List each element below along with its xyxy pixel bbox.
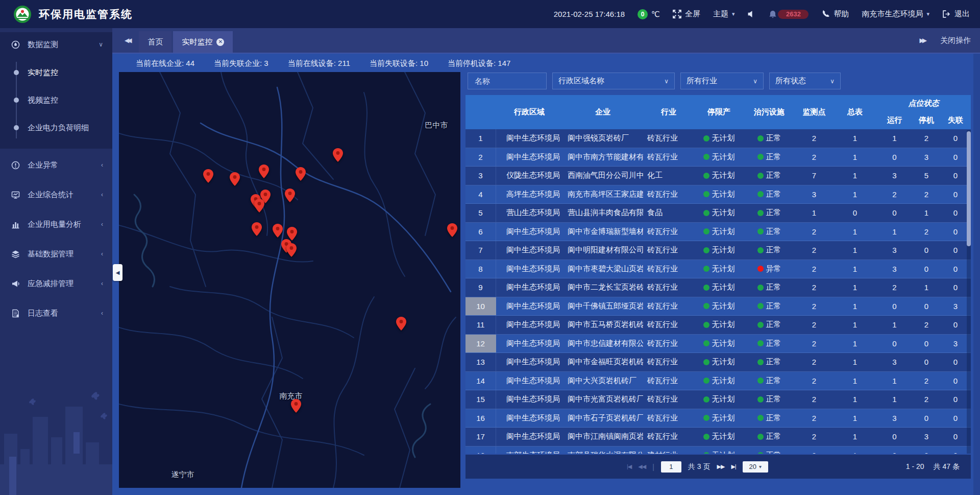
map-pin-icon[interactable]	[287, 227, 297, 241]
table-row[interactable]: 14阆中生态环境局阆中大兴页岩机砖厂砖瓦行业无计划正常21120	[465, 372, 971, 391]
table-row[interactable]: 16阆中生态环境局阆中市石子页岩机砖厂砖瓦行业无计划正常21300	[465, 409, 971, 428]
app-header: 环保用电监管系统 2021-02-25 17:46:18 0 ℃ 全屏 主题 ▾…	[0, 0, 980, 28]
cell-offline: 0	[940, 129, 971, 148]
status-dot	[757, 173, 764, 179]
table-row[interactable]: 7阆中生态环境局阆中明阳建材有限公司砖瓦行业无计划正常21300	[465, 241, 971, 260]
sidebar-item[interactable]: 企业综合统计‹	[0, 181, 112, 208]
cell-industry: 砖瓦行业	[643, 409, 694, 428]
cell-points: 2	[795, 260, 834, 278]
help-button[interactable]: 帮助	[821, 9, 849, 19]
cell-meter: 1	[834, 297, 876, 316]
logout-button[interactable]: 退出	[942, 9, 970, 19]
map-pin-icon[interactable]	[203, 169, 213, 183]
prev-page-button[interactable]: ◀◀	[638, 463, 646, 470]
tab[interactable]: 首页	[139, 31, 172, 53]
table-scrollbar[interactable]	[967, 130, 971, 454]
sidebar-collapse-toggle[interactable]: ◀	[113, 264, 122, 281]
cell-run: 0	[876, 446, 913, 454]
cell-stop: 0	[913, 353, 940, 371]
cell-industry: 砖瓦行业	[643, 316, 694, 334]
sidebar-subitem[interactable]: 视频监控	[0, 86, 112, 114]
table-row[interactable]: 3仪陇生态环境局西南油气田分公司川中化工无计划正常71350	[465, 167, 971, 185]
page-number-input[interactable]: 1	[661, 461, 681, 473]
table-row[interactable]: 12阆中生态环境局阆中市忠信建材有限公砖瓦行业无计划正常21003	[465, 335, 971, 353]
table-row[interactable]: 4高坪生态环境局南充市高坪区王家店建砖瓦行业无计划正常31220	[465, 185, 971, 204]
close-operations-button[interactable]: 关闭操作	[940, 36, 971, 45]
sidebar-item[interactable]: 应急减排管理‹	[0, 270, 112, 297]
cell-stop: 3	[913, 428, 940, 446]
cell-run: 1	[876, 372, 913, 390]
table-row[interactable]: 13阆中生态环境局阆中市金福旺页岩机砖砖瓦行业无计划正常21300	[465, 353, 971, 372]
status-select[interactable]: 所有状态 ∨	[769, 73, 841, 89]
last-page-button[interactable]: ▶|	[731, 463, 736, 470]
city-skyline-watermark	[0, 385, 112, 495]
first-page-button[interactable]: |◀	[627, 463, 631, 470]
tabs-scroll-left-icon[interactable]: ◀◀	[125, 37, 130, 44]
map-pin-icon[interactable]	[333, 148, 343, 162]
table-row[interactable]: 5营山生态环境局营山县润丰肉食品有限食品无计划正常10010	[465, 204, 971, 223]
fullscreen-button[interactable]: 全屏	[673, 9, 700, 19]
map-pin-icon[interactable]	[447, 223, 457, 237]
map-pin-icon[interactable]	[259, 164, 269, 178]
sidebar-item[interactable]: 基础数据管理‹	[0, 241, 112, 267]
cell-region: 仪陇生态环境局	[496, 167, 562, 185]
map-pin-icon[interactable]	[396, 317, 406, 331]
name-search-input[interactable]	[468, 73, 547, 89]
table-row[interactable]: 11阆中生态环境局阆中市五马桥页岩机砖砖瓦行业无计划正常21120	[465, 316, 971, 335]
sidebar-item[interactable]: 企业异常‹	[0, 152, 112, 178]
table-row[interactable]: 17阆中生态环境局阆中市江南镇阆南页岩砖瓦行业无计划正常21030	[465, 428, 971, 446]
cell-run: 3	[876, 409, 913, 428]
table-scrollbar-thumb[interactable]	[967, 131, 971, 246]
stat-item: 当前在线设备: 211	[288, 59, 350, 68]
org-menu[interactable]: 南充市生态环境局 ▾	[862, 9, 929, 19]
industry-select[interactable]: 所有行业 ∨	[680, 73, 764, 89]
status-dot	[703, 378, 709, 384]
region-select[interactable]: 行政区域名称 ∨	[552, 73, 675, 89]
map-pin-icon[interactable]	[286, 243, 297, 257]
chevron-down-icon: ▾	[732, 11, 735, 17]
tab[interactable]: 实时监控✕	[173, 31, 233, 53]
row-index: 8	[465, 260, 496, 278]
temperature-unit: ℃	[651, 10, 660, 19]
sidebar-item[interactable]: 企业用电量分析‹	[0, 211, 112, 238]
table-row[interactable]: 8阆中生态环境局阆中市枣碧大梁山页岩砖瓦行业无计划异常21300	[465, 260, 971, 279]
name-search-field[interactable]	[474, 76, 541, 86]
table-row[interactable]: 6阆中生态环境局阆中市金博瑞新型墙材砖瓦行业无计划正常21120	[465, 223, 971, 242]
map-city-label: 遂宁市	[172, 470, 194, 480]
sidebar-item[interactable]: 日志查看‹	[0, 300, 112, 326]
gis-map[interactable]: 巴中市南充市遂宁市	[119, 72, 460, 488]
table-row[interactable]: 15阆中生态环境局阆中市光富页岩机砖厂砖瓦行业无计划正常21120	[465, 390, 971, 409]
cell-stop: 2	[913, 390, 940, 409]
map-pin-icon[interactable]	[285, 188, 295, 202]
map-pin-icon[interactable]	[252, 222, 262, 236]
speaker-icon[interactable]	[747, 10, 756, 18]
next-page-button[interactable]: ▶▶	[717, 463, 724, 470]
map-pin-icon[interactable]	[296, 167, 306, 181]
alert-circle-icon	[11, 161, 20, 170]
cell-offline: 0	[940, 167, 971, 185]
table-row[interactable]: 10阆中生态环境局阆中千佛镇五郎垭页岩砖瓦行业无计划正常21003	[465, 297, 971, 316]
table-row[interactable]: 1阆中生态环境局阆中强锐页岩砖厂砖瓦行业无计划正常21120	[465, 129, 971, 148]
map-pin-icon[interactable]	[291, 399, 301, 413]
page-size-select[interactable]: 20 ▾	[743, 461, 768, 473]
sidebar-item[interactable]: 数据监测∨	[0, 32, 112, 57]
table-row[interactable]: 18南部生态环境局南部县瑞华水泥有限公建材行业无计划正常21030	[465, 446, 971, 454]
map-pin-icon[interactable]	[230, 172, 240, 186]
tabs-scroll-right-icon[interactable]: ▶▶	[920, 37, 925, 44]
row-index: 13	[465, 353, 496, 371]
sidebar-subitem[interactable]: 企业电力负荷明细	[0, 114, 112, 142]
total-rows-label: 共 47 条	[934, 462, 960, 472]
map-pin-icon[interactable]	[254, 199, 264, 213]
notification-button[interactable]: 2632	[769, 10, 808, 19]
theme-menu[interactable]: 主题 ▾	[713, 9, 735, 19]
table-row[interactable]: 9阆中生态环境局阆中市二龙长宝页岩砖砖瓦行业无计划正常21210	[465, 278, 971, 297]
page-scrollbar-track[interactable]	[973, 54, 980, 495]
row-index: 5	[465, 204, 496, 222]
map-pin-icon[interactable]	[273, 224, 283, 238]
sidebar-subitem[interactable]: 实时监控	[0, 59, 112, 86]
tab-bar: ◀◀ 首页实时监控✕ ▶▶ 关闭操作	[112, 28, 980, 54]
cell-run: 2	[876, 185, 913, 204]
col-point-status: 点位状态	[876, 99, 971, 108]
close-icon[interactable]: ✕	[216, 38, 224, 46]
table-row[interactable]: 2阆中生态环境局阆中市南方节能建材有砖瓦行业无计划正常21030	[465, 148, 971, 167]
